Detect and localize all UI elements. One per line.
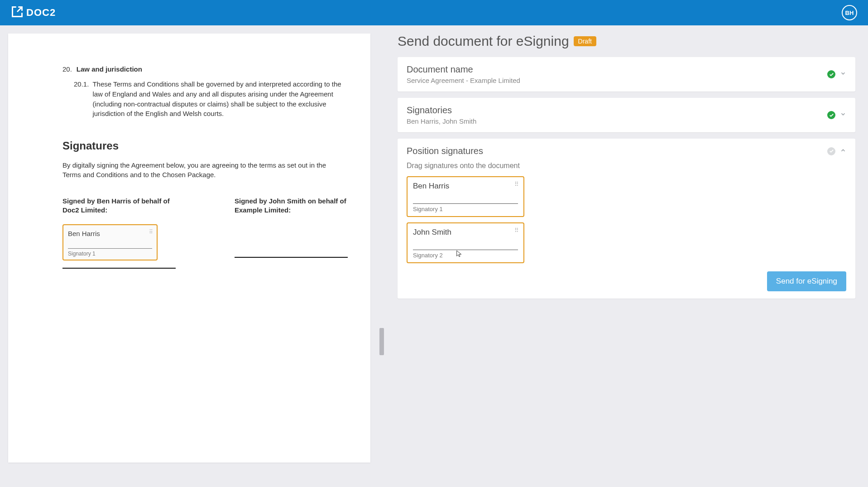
draggable-signature-2[interactable]: ⠿ John Smith Signatory 2 — [407, 222, 524, 263]
signature-column-2: Signed by John Smith on behalf of Exampl… — [235, 197, 352, 269]
check-icon — [827, 70, 835, 78]
placed-sig-name: Ben Harris — [68, 230, 152, 237]
placed-sig-line — [68, 248, 152, 249]
chevron-down-icon[interactable] — [840, 111, 846, 119]
drag-handle-icon[interactable]: ⠿ — [149, 229, 153, 235]
drag-sig-line — [413, 250, 518, 250]
drag-sig-role: Signatory 1 — [413, 206, 518, 212]
clause-20-1: 20.1. These Terms and Conditions shall b… — [74, 79, 350, 119]
drag-handle-icon[interactable]: ⠿ — [514, 181, 519, 188]
signatories-title: Signatories — [407, 105, 476, 116]
section-number: 20. — [62, 65, 72, 73]
signatures-heading: Signatures — [62, 140, 352, 152]
check-incomplete-icon — [827, 147, 835, 155]
logo[interactable]: DOC2 — [11, 5, 56, 20]
signer-1-label: Signed by Ben Harris of behalf of Doc2 L… — [62, 197, 180, 215]
scroll-thumb[interactable] — [379, 328, 384, 355]
status-badge: Draft — [574, 36, 596, 46]
placed-sig-role: Signatory 1 — [68, 251, 152, 257]
signer-2-label: Signed by John Smith on behalf of Exampl… — [235, 197, 352, 215]
chevron-down-icon[interactable] — [840, 70, 846, 78]
user-avatar[interactable]: BH — [842, 5, 857, 20]
signatures-intro: By digitally signing the Agreement below… — [62, 160, 334, 179]
signatories-value: Ben Harris, John Smith — [407, 117, 476, 125]
position-signatures-card: Position signatures Drag signatures onto… — [398, 139, 855, 299]
signature-line-2 — [235, 257, 348, 258]
drag-sig-role: Signatory 2 — [413, 252, 518, 259]
clause-text: These Terms and Conditions shall be gove… — [92, 79, 350, 119]
document-name-card[interactable]: Document name Service Agreement - Exampl… — [398, 57, 855, 92]
send-for-esigning-button[interactable]: Send for eSigning — [767, 271, 846, 291]
draggable-signature-1[interactable]: ⠿ Ben Harris Signatory 1 — [407, 176, 524, 217]
chevron-up-icon[interactable] — [840, 147, 846, 155]
clause-number: 20.1. — [74, 79, 89, 119]
placed-signature-1[interactable]: ⠿ Ben Harris Signatory 1 — [62, 224, 158, 260]
logo-icon — [11, 5, 24, 20]
signatories-card[interactable]: Signatories Ben Harris, John Smith — [398, 98, 855, 132]
side-title: Send document for eSigning — [398, 34, 569, 49]
signature-columns: Signed by Ben Harris of behalf of Doc2 L… — [62, 197, 352, 269]
document-preview[interactable]: 20. Law and jurisdiction 20.1. These Ter… — [8, 34, 370, 463]
section-title: Law and jurisdiction — [77, 65, 142, 73]
drag-sig-name: Ben Harris — [413, 182, 518, 191]
logo-text: DOC2 — [26, 7, 56, 19]
side-title-row: Send document for eSigning Draft — [398, 34, 855, 49]
drag-sig-line — [413, 203, 518, 204]
doc-name-value: Service Agreement - Example Limited — [407, 77, 520, 84]
drag-handle-icon[interactable]: ⠿ — [514, 227, 519, 234]
position-title: Position signatures — [407, 146, 483, 156]
check-icon — [827, 111, 835, 119]
doc-scrollbar[interactable] — [379, 34, 385, 463]
section-20-heading: 20. Law and jurisdiction — [62, 65, 352, 73]
top-bar: DOC2 BH — [0, 0, 868, 25]
signature-column-1: Signed by Ben Harris of behalf of Doc2 L… — [62, 197, 180, 269]
drag-sig-name: John Smith — [413, 228, 518, 237]
signature-line-1 — [62, 268, 176, 269]
side-panel: Send document for eSigning Draft Documen… — [393, 34, 860, 463]
main-layout: 20. Law and jurisdiction 20.1. These Ter… — [0, 25, 868, 471]
position-instructions: Drag signatures onto the document — [407, 162, 846, 170]
doc-name-title: Document name — [407, 64, 520, 75]
